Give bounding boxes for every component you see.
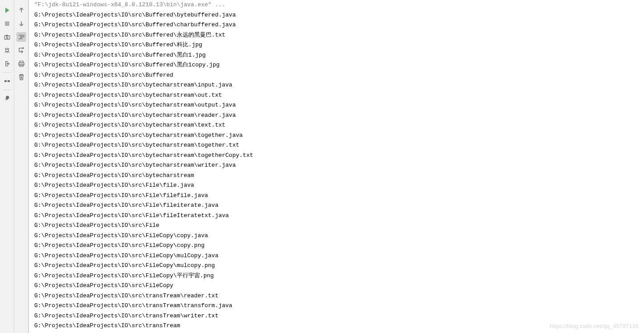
console-line: G:\Projects\IdeaProjects\IO\src\FileCopy… — [34, 241, 639, 251]
console-line: G:\Projects\IdeaProjects\IO\src\transTre… — [34, 321, 639, 331]
layout-icon[interactable] — [2, 76, 12, 86]
console-line: G:\Projects\IdeaProjects\IO\src\bytechar… — [34, 111, 639, 121]
console-line: G:\Projects\IdeaProjects\IO\src\Buffered… — [34, 50, 639, 61]
console-line: G:\Projects\IdeaProjects\IO\src\File\fil… — [34, 211, 639, 221]
run-gutter — [0, 0, 14, 333]
debug-icon[interactable] — [2, 45, 12, 55]
console-line: G:\Projects\IdeaProjects\IO\src\bytechar… — [34, 120, 639, 131]
print-icon[interactable] — [16, 59, 26, 69]
console-line: G:\Projects\IdeaProjects\IO\src\File — [34, 221, 639, 231]
console-line: G:\Projects\IdeaProjects\IO\src\bytechar… — [34, 151, 639, 161]
console-line: G:\Projects\IdeaProjects\IO\src\bytechar… — [34, 100, 639, 111]
console-line: G:\Projects\IdeaProjects\IO\src\FileCopy… — [34, 251, 639, 261]
console-line: G:\Projects\IdeaProjects\IO\src\transTre… — [34, 311, 639, 321]
exit-icon[interactable] — [2, 59, 12, 69]
console-gutter — [14, 0, 29, 333]
console-line: G:\Projects\IdeaProjects\IO\src\Buffered… — [34, 30, 639, 41]
run-icon[interactable] — [2, 5, 12, 15]
console-line: G:\Projects\IdeaProjects\IO\src\bytechar… — [34, 90, 639, 101]
console-line: G:\Projects\IdeaProjects\IO\src\Buffered — [34, 70, 639, 81]
pin-icon[interactable] — [2, 94, 12, 103]
watermark-text: https://blog.csdn.net/qq_45797116 — [550, 323, 639, 329]
console-line: G:\Projects\IdeaProjects\IO\src\File\fil… — [34, 191, 639, 201]
console-line: G:\Projects\IdeaProjects\IO\src\bytechar… — [34, 171, 639, 181]
svg-rect-1 — [4, 36, 10, 39]
console-line: G:\Projects\IdeaProjects\IO\src\bytechar… — [34, 140, 639, 151]
svg-point-4 — [6, 49, 8, 52]
console-cmd-line: "F:\jdk-8u121-windows-x64_8.0.1210.13\bi… — [34, 0, 639, 10]
svg-rect-9 — [20, 65, 23, 66]
camera-icon[interactable] — [2, 32, 12, 42]
console-line: G:\Projects\IdeaProjects\IO\src\File\fil… — [34, 201, 639, 211]
console-line: G:\Projects\IdeaProjects\IO\src\transTre… — [34, 301, 639, 311]
console-line: G:\Projects\IdeaProjects\IO\src\Buffered… — [34, 20, 639, 30]
console-line: G:\Projects\IdeaProjects\IO\src\FileCopy… — [34, 261, 639, 271]
wrap-icon[interactable] — [16, 32, 26, 42]
trash-icon[interactable] — [16, 72, 26, 82]
console-line: G:\Projects\IdeaProjects\IO\src\File\fil… — [34, 181, 639, 191]
console-line: G:\Projects\IdeaProjects\IO\src\FileCopy… — [34, 231, 639, 241]
down-icon[interactable] — [16, 19, 26, 29]
console-output[interactable]: "F:\jdk-8u121-windows-x64_8.0.1210.13\bi… — [29, 0, 644, 333]
svg-rect-3 — [6, 35, 8, 36]
svg-rect-0 — [5, 21, 9, 26]
stop-icon[interactable] — [2, 19, 12, 29]
console-line: G:\Projects\IdeaProjects\IO\src\bytechar… — [34, 131, 639, 141]
console-line: G:\Projects\IdeaProjects\IO\src\bytechar… — [34, 160, 639, 171]
up-icon[interactable] — [16, 5, 26, 15]
console-line: G:\Projects\IdeaProjects\IO\src\Buffered… — [34, 10, 639, 21]
svg-point-2 — [6, 37, 8, 38]
console-line: G:\Projects\IdeaProjects\IO\src\FileCopy… — [34, 271, 639, 281]
console-line: G:\Projects\IdeaProjects\IO\src\bytechar… — [34, 80, 639, 90]
scroll-icon[interactable] — [16, 45, 26, 55]
console-line: G:\Projects\IdeaProjects\IO\src\Buffered… — [34, 40, 639, 50]
svg-rect-5 — [4, 80, 7, 82]
console-line: G:\Projects\IdeaProjects\IO\src\FileCopy — [34, 281, 639, 291]
svg-rect-6 — [8, 80, 10, 82]
console-line: G:\Projects\IdeaProjects\IO\src\Buffered… — [34, 60, 639, 70]
console-line: G:\Projects\IdeaProjects\IO\src\transTre… — [34, 291, 639, 301]
